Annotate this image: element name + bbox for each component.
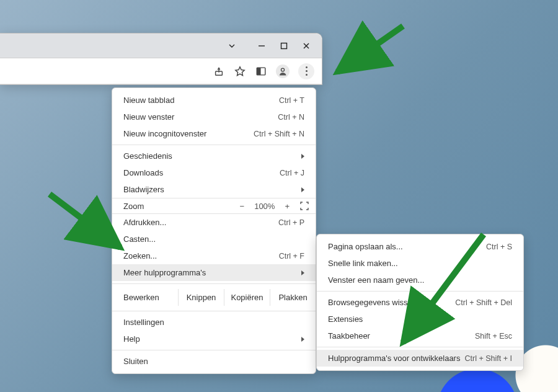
annotation-arrow bbox=[391, 229, 490, 354]
browser-toolbar bbox=[0, 58, 322, 84]
menu-item-new-window[interactable]: Nieuw vensterCtrl + N bbox=[112, 109, 316, 125]
zoom-label: Zoom bbox=[123, 202, 240, 211]
menu-item-exit[interactable]: Sluiten bbox=[112, 353, 316, 370]
svg-point-9 bbox=[281, 68, 284, 71]
chevron-right-icon bbox=[301, 337, 304, 342]
menu-item-find[interactable]: Zoeken...Ctrl + F bbox=[112, 247, 316, 264]
chevron-right-icon bbox=[301, 154, 304, 159]
close-button[interactable] bbox=[302, 42, 311, 50]
menu-item-cast[interactable]: Casten... bbox=[112, 231, 316, 247]
menu-item-downloads[interactable]: DownloadsCtrl + J bbox=[112, 164, 316, 181]
menu-item-help[interactable]: Help bbox=[112, 331, 316, 347]
svg-rect-1 bbox=[281, 43, 287, 48]
menu-separator bbox=[112, 311, 316, 311]
svg-line-12 bbox=[403, 234, 484, 342]
zoom-value: 100% bbox=[254, 202, 275, 211]
chrome-menu-button[interactable] bbox=[298, 63, 314, 79]
browser-window bbox=[0, 33, 322, 85]
svg-line-10 bbox=[337, 26, 403, 72]
chevron-right-icon bbox=[301, 187, 304, 192]
window-titlebar bbox=[0, 33, 322, 58]
edit-cut-button[interactable]: Knippen bbox=[178, 289, 224, 306]
edit-label: Bewerken bbox=[123, 293, 178, 302]
maximize-button[interactable] bbox=[280, 42, 288, 50]
tab-chevron-icon[interactable] bbox=[228, 42, 236, 50]
svg-rect-8 bbox=[257, 68, 260, 75]
edit-copy-button[interactable]: Kopiëren bbox=[224, 289, 270, 306]
svg-marker-6 bbox=[236, 66, 244, 75]
menu-separator bbox=[112, 145, 316, 145]
menu-separator bbox=[112, 350, 316, 350]
menu-item-print[interactable]: Afdrukken...Ctrl + P bbox=[112, 214, 316, 231]
zoom-in-button[interactable]: + bbox=[285, 202, 290, 211]
edit-paste-button[interactable]: Plakken bbox=[270, 289, 316, 306]
svg-line-11 bbox=[50, 194, 120, 247]
side-panel-icon[interactable] bbox=[255, 65, 267, 78]
menu-zoom-row: Zoom − 100% + bbox=[112, 198, 316, 214]
chrome-main-menu: Nieuw tabbladCtrl + T Nieuw vensterCtrl … bbox=[112, 87, 316, 374]
share-icon[interactable] bbox=[213, 65, 225, 78]
annotation-arrow bbox=[43, 188, 130, 256]
minimize-button[interactable] bbox=[257, 42, 266, 50]
menu-item-more-tools[interactable]: Meer hulpprogramma's bbox=[112, 264, 316, 281]
menu-item-bookmarks[interactable]: Bladwijzers bbox=[112, 181, 316, 198]
menu-separator bbox=[112, 283, 316, 284]
menu-item-new-tab[interactable]: Nieuw tabbladCtrl + T bbox=[112, 92, 316, 109]
kebab-icon bbox=[306, 66, 308, 76]
menu-item-history[interactable]: Geschiedenis bbox=[112, 148, 316, 164]
chevron-right-icon bbox=[301, 270, 304, 275]
zoom-out-button[interactable]: − bbox=[240, 202, 245, 211]
bookmark-star-icon[interactable] bbox=[234, 65, 246, 78]
menu-edit-row: Bewerken Knippen Kopiëren Plakken bbox=[112, 287, 316, 308]
profile-avatar-icon[interactable] bbox=[276, 65, 290, 78]
menu-item-new-incognito[interactable]: Nieuw incognitovensterCtrl + Shift + N bbox=[112, 125, 316, 142]
menu-item-settings[interactable]: Instellingen bbox=[112, 314, 316, 331]
fullscreen-icon[interactable] bbox=[299, 201, 309, 211]
annotation-arrow bbox=[329, 20, 409, 82]
